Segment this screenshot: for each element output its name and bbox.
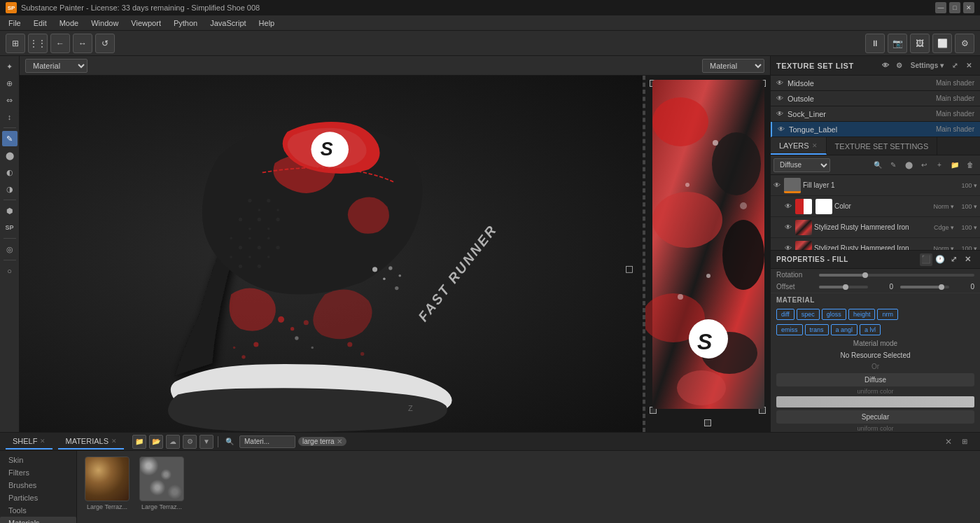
layers-tab-close[interactable]: ✕ xyxy=(812,142,818,149)
layer-color[interactable]: 👁 Color Norm ▾ 100 ▾ xyxy=(771,196,980,217)
shelf-filter-tag-remove[interactable]: ✕ xyxy=(337,438,342,445)
layer-color-eye[interactable]: 👁 xyxy=(785,202,793,210)
shelf-open-btn[interactable]: 📂 xyxy=(149,435,163,449)
viewport-left-mode-select[interactable]: Material Base Color Normal xyxy=(25,59,88,73)
diffuse-swatch[interactable] xyxy=(776,396,974,407)
tool-sp[interactable]: SP xyxy=(2,220,18,235)
toolbar-grid-view[interactable]: ⊞ xyxy=(6,34,25,53)
layers-tool-add[interactable]: + xyxy=(932,158,946,172)
shelf-item-terraz-2[interactable]: Large Terraz... xyxy=(137,456,186,510)
layer-fill-1-eye[interactable]: 👁 xyxy=(774,181,782,189)
layer-fill-1[interactable]: 👁 Fill layer 1 100 ▾ xyxy=(771,175,980,196)
prop-offset-slider-x[interactable] xyxy=(819,286,868,288)
shelf-grid-view-btn[interactable]: ⊞ xyxy=(958,435,972,449)
layers-tool-group[interactable]: ↩ xyxy=(917,158,931,172)
prop-expand-icon[interactable]: ⤢ xyxy=(948,253,960,266)
prop-fill-icon[interactable]: ⬛ xyxy=(920,253,932,266)
shelf-tab-materials[interactable]: MATERIALS ✕ xyxy=(58,434,124,449)
toolbar-pause[interactable]: ⏸ xyxy=(865,34,885,53)
layers-tool-fill[interactable]: ⬤ xyxy=(902,158,916,172)
toolbar-refresh[interactable]: ↺ xyxy=(95,34,115,53)
toolbar-screenshot[interactable]: ⬜ xyxy=(932,34,952,53)
shelf-funnel-btn[interactable]: ▼ xyxy=(200,435,214,449)
ts-item-sock-liner[interactable]: 👁 Sock_Liner Main shader xyxy=(771,106,980,122)
tool-geometry[interactable]: ⬢ xyxy=(2,203,18,218)
ts-close-icon[interactable]: ✕ xyxy=(963,60,974,71)
tool-clone[interactable]: ◑ xyxy=(2,181,18,197)
toolbar-back[interactable]: ← xyxy=(50,34,70,53)
menu-viewport[interactable]: Viewport xyxy=(125,18,167,29)
layers-tool-folder[interactable]: 📁 xyxy=(948,158,962,172)
tool-fill[interactable]: ⬤ xyxy=(2,148,18,163)
shelf-cat-materials[interactable]: Materials xyxy=(0,517,76,523)
tab-layers[interactable]: LAYERS ✕ xyxy=(771,137,827,155)
prop-rotation-slider[interactable] xyxy=(819,274,974,277)
tool-circle[interactable]: ○ xyxy=(2,263,18,279)
layer-rusty-2-eye[interactable]: 👁 xyxy=(785,244,793,250)
tool-smudge[interactable]: ◐ xyxy=(2,165,18,180)
shelf-cloud-btn[interactable]: ☁ xyxy=(166,435,180,449)
mat-badge-height[interactable]: height xyxy=(848,309,876,320)
tab-texture-set-settings[interactable]: TEXTURE SET SETTINGS xyxy=(827,137,938,155)
viewport-2d[interactable]: S xyxy=(644,76,770,432)
prop-clock-icon[interactable]: 🕐 xyxy=(934,253,946,266)
layers-tool-delete[interactable]: 🗑 xyxy=(963,158,977,172)
layers-tool-search[interactable]: 🔍 xyxy=(871,158,885,172)
menu-window[interactable]: Window xyxy=(85,18,124,29)
mat-badge-gloss[interactable]: gloss xyxy=(822,309,846,320)
layer-rusty-1[interactable]: 👁 Stylized Rusty Hammered Iron Cdge ▾ 10… xyxy=(771,217,980,238)
toolbar-settings[interactable]: ⚙ xyxy=(955,34,974,53)
layer-rusty-1-eye[interactable]: 👁 xyxy=(785,223,793,231)
mat-badge-diff[interactable]: diff xyxy=(776,309,794,320)
toolbar-list-view[interactable]: ⋮⋮ xyxy=(28,34,48,53)
diffuse-button[interactable]: Diffuse xyxy=(776,373,974,386)
toolbar-expand[interactable]: ↔ xyxy=(73,34,92,53)
ts-eye-icon[interactable]: 👁 xyxy=(880,60,891,71)
shelf-search-input[interactable] xyxy=(239,435,295,448)
layers-tool-paint[interactable]: ✎ xyxy=(886,158,900,172)
mat-badge-spec[interactable]: spec xyxy=(797,309,820,320)
shelf-cat-brushes[interactable]: Brushes xyxy=(0,479,76,491)
minimize-button[interactable]: — xyxy=(935,2,946,13)
menu-help[interactable]: Help xyxy=(253,18,281,29)
tool-paint[interactable]: ✎ xyxy=(2,131,18,146)
viewport-3d[interactable]: S FAST RUNNER xyxy=(20,76,644,432)
ts-item-midsole[interactable]: 👁 Midsole Main shader xyxy=(771,76,980,91)
viewport-right-mode-select[interactable]: Material Base Color Normal xyxy=(702,59,764,73)
mat-badge-aangl[interactable]: a angl xyxy=(831,324,858,335)
ts-eye-tongue[interactable]: 👁 xyxy=(778,125,786,133)
ts-eye-sock[interactable]: 👁 xyxy=(776,110,785,118)
menu-mode[interactable]: Mode xyxy=(54,18,85,29)
shelf-cat-skin[interactable]: Skin xyxy=(0,454,76,466)
mat-badge-trans[interactable]: trans xyxy=(805,324,829,335)
toolbar-render[interactable]: 🖼 xyxy=(910,34,930,53)
shelf-item-terraz-1[interactable]: Large Terraz... xyxy=(83,456,132,510)
maximize-button[interactable]: □ xyxy=(949,2,960,13)
ts-item-tongue-label[interactable]: 👁 Tongue_Label Main shader xyxy=(771,122,980,137)
ts-eye-outsole[interactable]: 👁 xyxy=(776,95,785,102)
layer-rusty-2[interactable]: 👁 Stylized Rusty Hammered Iron Norm ▾ 10… xyxy=(771,238,980,250)
menu-edit[interactable]: Edit xyxy=(28,18,52,29)
tool-scale[interactable]: ↕ xyxy=(2,109,18,125)
ts-eye-midsole[interactable]: 👁 xyxy=(776,79,785,87)
menu-javascript[interactable]: JavaScript xyxy=(204,18,251,29)
layers-channel-select[interactable]: Diffuse Normal Roughness xyxy=(774,158,830,172)
specular-button[interactable]: Specular xyxy=(776,410,974,424)
shelf-tab-shelf[interactable]: SHELF ✕ xyxy=(6,434,52,449)
mat-badge-nrm[interactable]: nrm xyxy=(877,309,898,320)
toolbar-camera[interactable]: 📷 xyxy=(888,34,907,53)
ts-settings-icon[interactable]: ⚙ xyxy=(894,60,905,71)
prop-offset-slider-y[interactable] xyxy=(900,286,949,288)
ts-expand-icon[interactable]: ⤢ xyxy=(949,60,960,71)
shelf-cat-tools[interactable]: Tools xyxy=(0,504,76,517)
materials-tab-close[interactable]: ✕ xyxy=(111,438,117,445)
prop-close-icon[interactable]: ✕ xyxy=(962,253,974,266)
mat-badge-emiss[interactable]: emiss xyxy=(776,324,803,335)
shelf-cat-filters[interactable]: Filters xyxy=(0,466,76,479)
mat-badge-alvl[interactable]: a lvl xyxy=(860,324,881,335)
shelf-close-btn[interactable]: ✕ xyxy=(945,437,952,447)
shelf-cat-particles[interactable]: Particles xyxy=(0,491,76,504)
shelf-folder-btn[interactable]: 📁 xyxy=(132,435,146,449)
tool-transform[interactable]: ⊕ xyxy=(2,76,18,91)
tool-navigate[interactable]: ⇔ xyxy=(2,92,18,108)
